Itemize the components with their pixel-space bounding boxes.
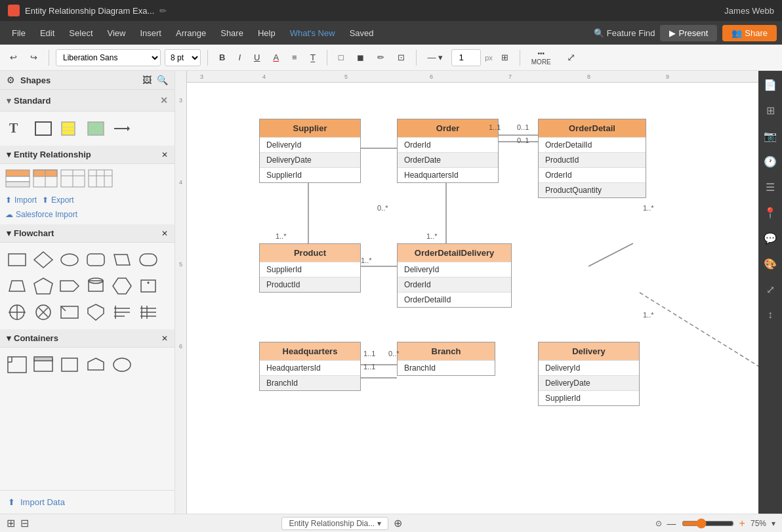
- right-panel-page-icon[interactable]: 📄: [761, 76, 779, 94]
- menu-share[interactable]: Share: [214, 26, 250, 41]
- fc-square-diamond[interactable]: [136, 274, 160, 298]
- redo-button[interactable]: ↪: [26, 50, 42, 65]
- diagram-tab[interactable]: Entity Relationship Dia... ▾: [281, 517, 388, 530]
- container-1[interactable]: [5, 353, 29, 377]
- supplier-entity[interactable]: Supplier DeliveryId DeliveryDate Supplie…: [259, 119, 361, 183]
- fc-cross[interactable]: [5, 300, 29, 324]
- share-button[interactable]: 👥 Share: [722, 25, 777, 41]
- right-panel-arrows-icon[interactable]: ↕: [765, 306, 775, 323]
- bottom-list-icon[interactable]: ⊟: [20, 517, 29, 529]
- shapes-search-icon[interactable]: 🔍: [157, 75, 168, 85]
- expand-button[interactable]: ⤢: [562, 49, 580, 66]
- italic-button[interactable]: I: [234, 50, 245, 65]
- fc-cylinder[interactable]: [84, 274, 108, 298]
- fc-rounded[interactable]: [84, 248, 108, 272]
- container-3[interactable]: [58, 353, 81, 377]
- er-shape-2[interactable]: [33, 169, 58, 188]
- shadow-button[interactable]: ⊡: [393, 50, 409, 65]
- import-data-bar[interactable]: ⬆ Import Data: [0, 490, 175, 514]
- fc-xmark[interactable]: [31, 300, 55, 324]
- note-shape[interactable]: [58, 117, 81, 140]
- menu-whatsnew[interactable]: What's New: [283, 26, 342, 41]
- fc-lines2[interactable]: [136, 300, 160, 324]
- standard-section-header[interactable]: ▾Standard ✕: [0, 90, 175, 112]
- headquarters-entity[interactable]: Headquarters HeadquartersId BranchId: [259, 342, 361, 391]
- line-width-input[interactable]: [451, 49, 481, 66]
- er-shape-3[interactable]: [60, 169, 85, 188]
- fc-trapezoid[interactable]: [5, 274, 29, 298]
- fc-pentagon[interactable]: [31, 274, 55, 298]
- bold-button[interactable]: B: [215, 50, 230, 65]
- er-shape-1[interactable]: [5, 169, 30, 188]
- orderdetail-entity[interactable]: OrderDetail OrderDetailId ProductId Orde…: [538, 119, 646, 198]
- line-color-button[interactable]: ✏: [373, 50, 389, 65]
- shapes-gear-icon[interactable]: ⚙: [7, 75, 15, 85]
- zoom-dropdown-icon[interactable]: ▾: [772, 519, 775, 528]
- feature-find-button[interactable]: 🔍 Feature Find: [594, 28, 655, 38]
- menu-edit[interactable]: Edit: [33, 26, 61, 41]
- fc-shield[interactable]: [84, 300, 108, 324]
- fc-hexagon[interactable]: [110, 274, 134, 298]
- flowchart-close-icon[interactable]: ✕: [161, 229, 168, 238]
- font-color-button[interactable]: A: [268, 50, 283, 65]
- right-panel-layers-icon[interactable]: ☰: [763, 178, 777, 196]
- right-panel-grid-icon[interactable]: ⊞: [764, 102, 777, 119]
- undo-button[interactable]: ↩: [5, 50, 22, 65]
- zoom-slider[interactable]: [682, 518, 734, 529]
- fc-arrow-rect[interactable]: [58, 274, 81, 298]
- align-button[interactable]: ≡: [287, 50, 302, 65]
- menu-view[interactable]: View: [101, 26, 133, 41]
- fc-rect[interactable]: [5, 248, 29, 272]
- salesforce-import-button[interactable]: ☁ Salesforce Import: [0, 210, 175, 224]
- right-panel-comment-icon[interactable]: 💬: [761, 230, 779, 247]
- font-size-select[interactable]: 8 pt 10 pt 12 pt: [165, 49, 201, 66]
- standard-close-icon[interactable]: ✕: [160, 95, 168, 106]
- text-format-button[interactable]: T̲: [306, 50, 320, 65]
- rect-shape[interactable]: [31, 117, 55, 140]
- branch-entity[interactable]: Branch BranchId: [397, 342, 495, 376]
- containers-close-icon[interactable]: ✕: [161, 334, 168, 343]
- menu-saved[interactable]: Saved: [343, 26, 381, 41]
- right-panel-clock-icon[interactable]: 🕐: [761, 153, 779, 171]
- fc-rounded2[interactable]: [136, 248, 160, 272]
- add-page-button[interactable]: ⊕: [394, 517, 402, 529]
- export-button[interactable]: ⬆ Export: [42, 195, 74, 205]
- order-entity[interactable]: Order OrderId OrderDate HeadquartersId: [397, 119, 499, 183]
- text-shape[interactable]: T: [5, 117, 29, 140]
- fc-lines1[interactable]: [110, 300, 134, 324]
- shapes-image-icon[interactable]: 🖼: [142, 75, 152, 85]
- canvas[interactable]: Supplier DeliveryId DeliveryDate Supplie…: [187, 83, 758, 514]
- edit-title-icon[interactable]: ✏: [159, 6, 167, 16]
- container-4[interactable]: [84, 353, 108, 377]
- zoom-minus-button[interactable]: —: [667, 518, 676, 529]
- menu-insert[interactable]: Insert: [133, 26, 168, 41]
- border-style-button[interactable]: □: [334, 50, 348, 65]
- fc-parallelogram[interactable]: [110, 248, 134, 272]
- more-button[interactable]: ••• MORE: [527, 47, 556, 68]
- right-panel-paint-icon[interactable]: 🎨: [761, 255, 779, 273]
- er-shape-4[interactable]: [88, 169, 113, 188]
- font-family-select[interactable]: Liberation Sans: [56, 49, 161, 66]
- zoom-plus-button[interactable]: +: [739, 518, 745, 529]
- tab-dropdown-icon[interactable]: ▾: [377, 519, 381, 528]
- er-close-icon[interactable]: ✕: [161, 150, 168, 159]
- orderdetaildelivery-entity[interactable]: OrderDetailDelivery DeliveryId OrderId O…: [397, 243, 512, 308]
- menu-help[interactable]: Help: [251, 26, 282, 41]
- line-style-select[interactable]: — ▾: [423, 50, 448, 65]
- delivery-entity[interactable]: Delivery DeliveryId DeliveryDate Supplie…: [538, 342, 640, 406]
- colored-rect-shape[interactable]: [84, 117, 108, 140]
- containers-section-header[interactable]: ▾Containers ✕: [0, 329, 175, 348]
- container-2[interactable]: [31, 353, 55, 377]
- menu-file[interactable]: File: [5, 26, 32, 41]
- container-5[interactable]: [110, 353, 134, 377]
- menu-arrange[interactable]: Arrange: [169, 26, 213, 41]
- right-panel-camera-icon[interactable]: 📷: [761, 127, 779, 145]
- right-panel-location-icon[interactable]: 📍: [761, 204, 779, 222]
- transform-button[interactable]: ⊞: [497, 50, 513, 65]
- fc-diamond[interactable]: [31, 248, 55, 272]
- canvas-area[interactable]: 3 4 5 6 7 8 9 3 4 5 6: [175, 71, 758, 514]
- menu-select[interactable]: Select: [62, 26, 99, 41]
- import-button[interactable]: ⬆ Import: [5, 195, 37, 205]
- bottom-grid-icon[interactable]: ⊞: [7, 517, 15, 529]
- flowchart-section-header[interactable]: ▾Flowchart ✕: [0, 224, 175, 243]
